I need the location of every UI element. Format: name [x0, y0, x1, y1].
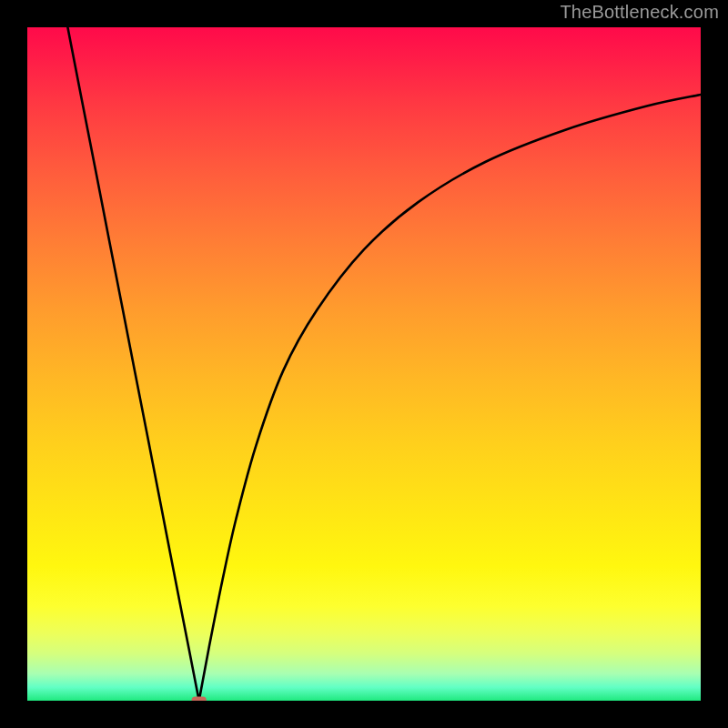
chart-frame: TheBottleneck.com — [0, 0, 728, 728]
plot-area — [27, 27, 701, 701]
curve-svg — [27, 27, 701, 701]
vertex-marker — [192, 697, 207, 701]
curve-path — [67, 27, 701, 701]
watermark-text: TheBottleneck.com — [560, 2, 719, 23]
